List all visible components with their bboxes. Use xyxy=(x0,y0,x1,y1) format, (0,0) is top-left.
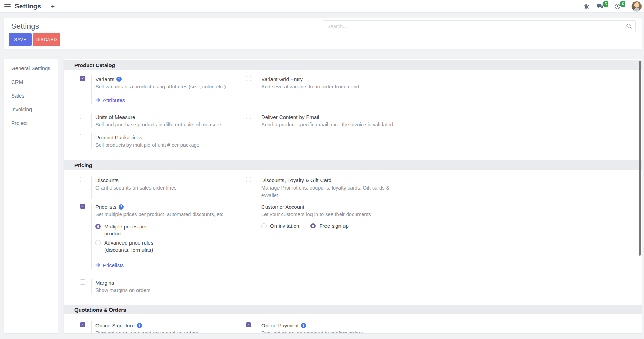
loyalty-label[interactable]: Discounts, Loyalty & Gift Card xyxy=(261,177,331,183)
user-avatar[interactable] xyxy=(631,1,642,12)
sidebar-item-project[interactable]: Project xyxy=(4,116,58,130)
setting-margins: Margins Show margins on orders xyxy=(64,279,230,294)
setting-row: Discounts Grant discounts on sales order… xyxy=(64,176,642,199)
product-packagings-description: Sell products by multiple of unit # per … xyxy=(95,141,200,149)
search-input[interactable] xyxy=(323,20,636,32)
radio-button[interactable] xyxy=(261,223,267,228)
vertical-scrollbar[interactable] xyxy=(639,61,641,256)
sidebar-item-sales[interactable]: Sales xyxy=(4,89,58,102)
setting-units-of-measure: Units of Measure Sell and purchase produ… xyxy=(64,113,230,128)
radio-multiple-prices-per-product[interactable]: Multiple prices per product xyxy=(95,223,225,237)
setting-row: Units of Measure Sell and purchase produ… xyxy=(64,113,642,128)
pricelists-label[interactable]: Pricelists xyxy=(95,204,116,210)
discounts-checkbox[interactable] xyxy=(80,177,85,182)
top-navbar: Settings + 5 6 xyxy=(0,0,644,13)
search-icon[interactable] xyxy=(626,23,632,31)
product-packagings-label[interactable]: Product Packagings xyxy=(95,134,142,140)
online-payment-help-icon[interactable]: ? xyxy=(301,323,306,328)
attributes-link[interactable]: Attributes xyxy=(95,96,226,104)
debug-bug-icon[interactable] xyxy=(583,4,589,9)
setting-discounts-loyalty-gift-card: Discounts, Loyalty & Gift Card Manage Pr… xyxy=(230,176,642,199)
new-tab-button[interactable]: + xyxy=(51,0,55,13)
setting-row: Variants ? Sell variants of a product us… xyxy=(64,75,642,104)
customer-account-radio-group: On invitation Free sign up xyxy=(261,222,371,230)
sidebar-item-general-settings[interactable]: General Settings xyxy=(4,61,58,75)
messages-badge: 5 xyxy=(603,1,608,7)
loyalty-description: Manage Promotions, coupons, loyalty card… xyxy=(261,184,394,199)
variant-grid-entry-checkbox[interactable] xyxy=(246,76,251,81)
online-signature-description: Request an online signature to confirm o… xyxy=(95,329,198,333)
messages-icon[interactable]: 5 xyxy=(596,3,604,9)
pricelists-link[interactable]: Pricelists xyxy=(95,261,225,269)
variants-help-icon[interactable]: ? xyxy=(116,77,122,82)
settings-sidebar: General Settings CRM Sales Invoicing Pro… xyxy=(4,59,58,333)
setting-online-signature: Online Signature ? Request an online sig… xyxy=(64,321,230,333)
setting-discounts: Discounts Grant discounts on sales order… xyxy=(64,176,230,199)
setting-product-packagings: Product Packagings Sell products by mult… xyxy=(64,133,230,149)
margins-checkbox[interactable] xyxy=(80,279,85,285)
setting-variants: Variants ? Sell variants of a product us… xyxy=(64,75,230,104)
deliver-content-by-email-description: Send a product-specific email once the i… xyxy=(261,121,393,128)
sidebar-item-invoicing[interactable]: Invoicing xyxy=(4,102,58,116)
discounts-label[interactable]: Discounts xyxy=(95,177,119,183)
margins-description: Show margins on orders xyxy=(95,286,150,294)
units-of-measure-label[interactable]: Units of Measure xyxy=(95,114,135,120)
radio-button[interactable] xyxy=(95,240,101,245)
radio-free-sign-up[interactable]: Free sign up xyxy=(310,222,348,230)
customer-account-description: Let your customers log in to see their d… xyxy=(261,211,371,218)
variants-checkbox[interactable] xyxy=(80,76,85,81)
variant-grid-entry-label[interactable]: Variant Grid Entry xyxy=(261,76,303,82)
radio-button-selected[interactable] xyxy=(310,223,316,228)
setting-customer-account: Customer Account Let your customers log … xyxy=(230,203,642,269)
navbar-systray: 5 6 xyxy=(583,0,644,13)
setting-deliver-content-by-email: Deliver Content by Email Send a product-… xyxy=(230,113,642,128)
variants-label[interactable]: Variants xyxy=(95,76,114,82)
loyalty-checkbox[interactable] xyxy=(246,177,251,182)
online-signature-label[interactable]: Online Signature xyxy=(95,323,135,328)
hamburger-menu-icon[interactable] xyxy=(0,0,14,13)
setting-online-payment: Online Payment ? Request an online payme… xyxy=(230,321,642,333)
units-of-measure-description: Sell and purchase products in different … xyxy=(95,121,221,128)
online-payment-description: Request an online payment to confirm ord… xyxy=(261,329,363,333)
settings-main-panel: Product Catalog Variants ? Sell variants… xyxy=(64,59,642,333)
radio-button-selected[interactable] xyxy=(95,224,101,229)
deliver-content-by-email-label[interactable]: Deliver Content by Email xyxy=(261,114,319,120)
section-header-pricing: Pricing xyxy=(64,160,642,170)
variants-description: Sell variants of a product using attribu… xyxy=(95,83,226,91)
sidebar-item-crm[interactable]: CRM xyxy=(4,75,58,89)
setting-row: Margins Show margins on orders xyxy=(64,279,642,294)
radio-on-invitation[interactable]: On invitation xyxy=(261,222,299,230)
online-signature-help-icon[interactable]: ? xyxy=(137,323,142,328)
variant-grid-entry-description: Add several variants to an order from a … xyxy=(261,83,359,91)
setting-pricelists: Pricelists ? Set multiple prices per pro… xyxy=(64,203,230,269)
discard-button[interactable]: DISCARD xyxy=(33,33,60,46)
activities-clock-icon[interactable]: 6 xyxy=(614,3,621,10)
arrow-right-icon xyxy=(95,98,100,102)
settings-header-card: Settings SAVE DISCARD xyxy=(4,18,642,49)
page-title: Settings xyxy=(11,22,39,31)
app-menu-title[interactable]: Settings xyxy=(15,2,41,10)
setting-variant-grid-entry: Variant Grid Entry Add several variants … xyxy=(230,75,642,104)
pricelists-radio-group: Multiple prices per product Advanced pri… xyxy=(95,223,225,253)
units-of-measure-checkbox[interactable] xyxy=(80,114,85,119)
save-button[interactable]: SAVE xyxy=(9,33,32,46)
activities-badge: 6 xyxy=(620,1,625,7)
discounts-description: Grant discounts on sales order lines xyxy=(95,184,176,192)
pricelists-checkbox[interactable] xyxy=(80,204,85,209)
online-signature-checkbox[interactable] xyxy=(80,322,85,327)
section-header-product-catalog: Product Catalog xyxy=(64,60,642,70)
setting-row: Pricelists ? Set multiple prices per pro… xyxy=(64,203,642,269)
online-payment-label[interactable]: Online Payment xyxy=(261,323,299,328)
radio-advanced-price-rules[interactable]: Advanced price rules (discounts, formula… xyxy=(95,239,225,253)
customer-account-label: Customer Account xyxy=(261,204,304,210)
deliver-content-by-email-checkbox[interactable] xyxy=(246,114,251,119)
product-packagings-checkbox[interactable] xyxy=(80,134,85,139)
pricelists-help-icon[interactable]: ? xyxy=(119,204,124,210)
arrow-right-icon xyxy=(95,263,100,267)
pricelists-description: Set multiple prices per product, automat… xyxy=(95,211,225,218)
online-payment-checkbox[interactable] xyxy=(246,322,251,327)
section-header-quotations-orders: Quotations & Orders xyxy=(64,305,642,314)
setting-row: Online Signature ? Request an online sig… xyxy=(64,321,642,333)
margins-label[interactable]: Margins xyxy=(95,280,114,286)
setting-row: Product Packagings Sell products by mult… xyxy=(64,133,642,149)
